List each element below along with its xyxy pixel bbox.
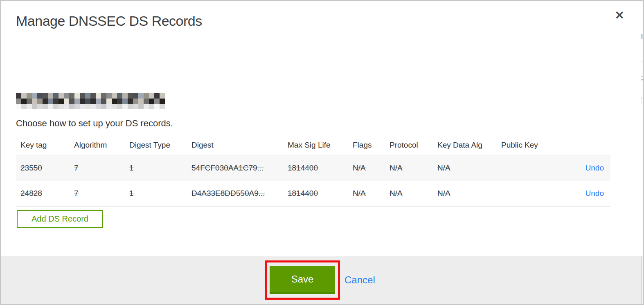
save-button[interactable]: Save (270, 266, 335, 294)
cell-key-data-alg: N/A (433, 181, 497, 206)
add-ds-record-button[interactable]: Add DS Record (17, 210, 103, 228)
col-header-actions (558, 135, 610, 155)
domain-name-redacted (16, 93, 165, 109)
dnssec-modal: Manage DNSSEC DS Records ✕ Choose how to… (1, 1, 642, 304)
col-header-key-data-alg: Key Data Alg (433, 135, 497, 155)
background-page-strip: sdNoLoCoEo (642, 1, 643, 256)
annotation-highlight-box: Save (265, 260, 340, 300)
undo-link[interactable]: Undo (585, 164, 604, 172)
cell-digest: D4A33E8DD550A9... (187, 181, 283, 206)
browser-window: Manage DNSSEC DS Records ✕ Choose how to… (0, 0, 644, 305)
col-header-flags: Flags (348, 135, 385, 155)
background-text-fragment: L (642, 55, 642, 64)
close-icon[interactable]: ✕ (615, 10, 624, 21)
cell-max-sig-life: 1814400 (283, 155, 348, 181)
table-row: 24828 7 1 D4A33E8DD550A9... 1814400 N/A … (16, 181, 610, 206)
table-header-row: Key tag Algorithm Digest Type Digest Max… (16, 135, 610, 155)
page-title: Manage DNSSEC DS Records (16, 13, 202, 29)
col-header-algorithm: Algorithm (70, 135, 125, 155)
ds-records-table: Key tag Algorithm Digest Type Digest Max… (16, 135, 610, 206)
background-text-fragment: N (642, 33, 643, 41)
cell-digest-type: 1 (125, 181, 187, 206)
table-row: 23550 7 1 54FCF030AA1C79... 1814400 N/A … (16, 155, 610, 181)
col-header-digest: Digest (187, 135, 283, 155)
cell-digest-type: 1 (125, 155, 187, 181)
cell-flags: N/A (348, 181, 385, 206)
col-header-key-tag: Key tag (16, 135, 70, 155)
cell-key-tag: 24828 (16, 181, 70, 206)
col-header-public-key: Public Key (497, 135, 558, 155)
cell-algorithm: 7 (70, 181, 125, 206)
col-header-digest-type: Digest Type (125, 135, 187, 155)
col-header-max-sig-life: Max Sig Life (283, 135, 348, 155)
cell-public-key (497, 155, 558, 181)
undo-link[interactable]: Undo (585, 189, 604, 197)
cell-key-tag: 23550 (16, 155, 70, 181)
cell-digest: 54FCF030AA1C79... (187, 155, 283, 181)
background-text-fragment: C (642, 74, 643, 83)
background-text-fragment: E (642, 97, 642, 105)
modal-footer: Save Cancel (1, 256, 642, 304)
cell-key-data-alg: N/A (433, 155, 497, 181)
cell-flags: N/A (348, 155, 385, 181)
cell-public-key (497, 181, 558, 206)
cancel-link[interactable]: Cancel (345, 274, 375, 286)
cell-protocol: N/A (385, 181, 433, 206)
subtitle: Choose how to set up your DS records. (16, 118, 173, 129)
col-header-protocol: Protocol (385, 135, 433, 155)
cell-protocol: N/A (385, 155, 433, 181)
cell-max-sig-life: 1814400 (283, 181, 348, 206)
cell-algorithm: 7 (70, 155, 125, 181)
